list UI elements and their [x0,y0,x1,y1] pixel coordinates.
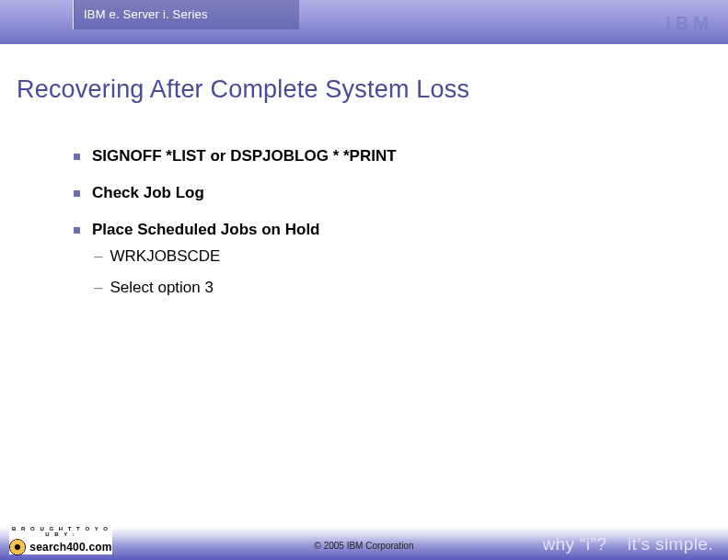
list-item: – WRKJOBSCDE [92,246,663,267]
dash-bullet-icon: – [94,278,102,298]
subitem-text: Select option 3 [110,278,213,298]
tagline-left: why “i”? [542,534,607,554]
list-item: Place Scheduled Jobs on Hold [74,221,663,239]
sublist: – WRKJOBSCDE – Select option 3 [92,246,663,298]
slide-root: IBM e. Server i. Series IBM Recovering A… [0,0,728,560]
list-item: SIGNOFF *LIST or DSPJOBLOG * *PRINT [74,147,663,166]
header-bar: IBM e. Server i. Series IBM [0,0,728,44]
square-bullet-icon [74,227,80,234]
header-brand-line: IBM e. Server i. Series [75,0,299,29]
content-area: SIGNOFF *LIST or DSPJOBLOG * *PRINT Chec… [74,147,663,309]
tagline-right: it’s simple. [628,534,713,554]
footer: B R O U G H T T O Y O U B Y : search400.… [0,520,728,560]
square-bullet-icon [74,190,80,197]
footer-tagline: why “i”? it’s simple. [542,534,713,554]
list-item: – Select option 3 [92,278,663,298]
ibm-logo: IBM [665,13,713,34]
list-item: Check Job Log [74,184,663,202]
page-title: Recovering After Complete System Loss [17,75,469,104]
dash-bullet-icon: – [94,246,102,267]
subitem-text: WRKJOBSCDE [110,246,220,267]
brought-top-text: B R O U G H T T O Y O U B Y : [9,525,112,537]
bullet-text: Place Scheduled Jobs on Hold [92,221,320,239]
bullet-text: SIGNOFF *LIST or DSPJOBLOG * *PRINT [92,147,397,166]
bullet-text: Check Job Log [92,184,204,202]
square-bullet-icon [74,154,80,160]
